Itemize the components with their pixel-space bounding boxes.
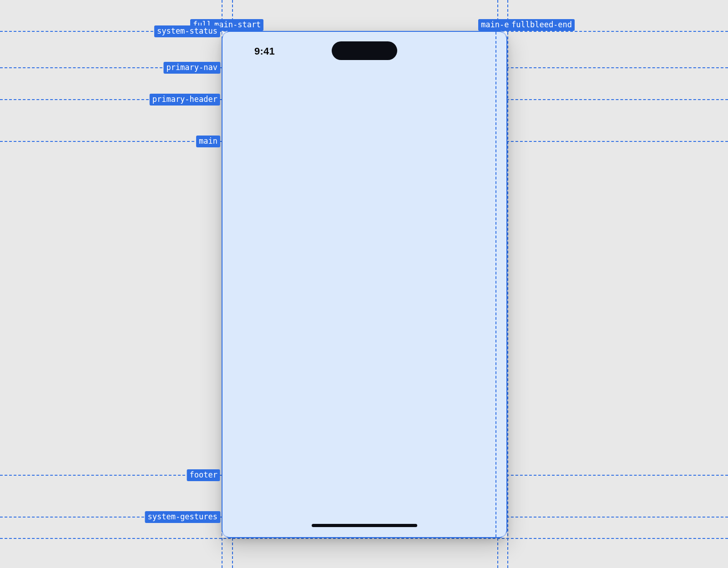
home-indicator xyxy=(312,524,417,527)
status-time: 9:41 xyxy=(254,45,275,57)
corner-notch xyxy=(222,31,235,44)
label-primary-nav: primary-nav xyxy=(163,62,220,74)
corner-notch xyxy=(222,525,235,538)
label-system-gestures: system-gestures xyxy=(145,511,220,523)
label-main: main xyxy=(196,136,220,147)
label-system-status: system-status xyxy=(154,25,220,37)
guide-bottom xyxy=(0,538,728,539)
phone-frame: 9:41 xyxy=(222,31,507,538)
label-fullbleed-end: fullbleed-end xyxy=(509,19,575,31)
label-footer: footer xyxy=(187,469,220,481)
layout-canvas: 9:41 fullbleed main-start main-end fullb… xyxy=(0,0,728,568)
label-primary-header: primary-header xyxy=(150,94,220,106)
inner-right-guide xyxy=(495,32,496,537)
guide-fullbleed-end xyxy=(507,0,508,568)
dynamic-island xyxy=(332,41,397,60)
